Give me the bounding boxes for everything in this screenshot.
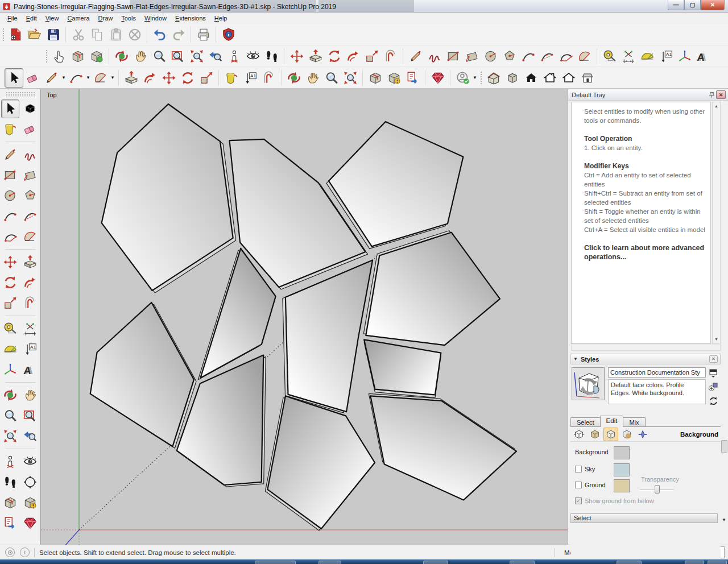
feet-icon[interactable] [1,473,19,492]
axes-icon[interactable] [675,47,694,66]
zoomext-icon[interactable] [341,68,359,88]
whext-icon[interactable] [384,68,403,88]
zoomprev-icon[interactable] [206,47,225,66]
dim-icon[interactable] [619,47,638,66]
offset-icon[interactable] [21,294,39,313]
floppy-icon[interactable] [44,25,63,44]
scale-icon[interactable] [1,294,19,313]
rect-icon[interactable] [444,47,462,66]
pencil-icon[interactable] [1,146,19,164]
arc2-icon[interactable] [67,68,85,88]
move-icon[interactable] [159,68,178,88]
paste-icon[interactable] [106,25,125,44]
background-settings-icon[interactable] [603,428,618,441]
arc2-icon[interactable] [519,47,537,66]
rotate-icon[interactable] [178,68,197,88]
rotate-icon[interactable] [1,273,19,292]
maximize-button[interactable]: ▢ [684,0,701,10]
arc3-icon[interactable] [537,47,556,66]
eraser-icon[interactable] [23,68,42,88]
viewport[interactable]: Top [41,89,568,545]
menu-help[interactable]: Help [210,13,232,23]
pie-icon[interactable] [556,47,575,66]
menu-window[interactable]: Window [140,13,171,23]
paint-icon[interactable] [222,68,241,88]
sharedoc-icon[interactable] [403,68,422,88]
menu-extensions[interactable]: Extensions [171,13,210,23]
orbit-icon[interactable] [284,68,303,88]
geolocation-icon[interactable] [5,548,15,557]
dropdown-caret-icon[interactable]: ▼ [61,68,67,88]
followme-icon[interactable] [21,273,39,292]
create-style-icon[interactable] [707,380,719,394]
tab-edit[interactable]: Edit [600,416,624,427]
zoom-icon[interactable] [150,47,168,66]
a1-icon[interactable]: A1 [656,47,675,66]
sky-checkbox[interactable] [575,466,582,472]
zoomwin-icon[interactable] [168,47,187,66]
select-panel-header[interactable]: Select [570,513,718,523]
move-icon[interactable] [287,47,306,66]
pan-icon[interactable] [21,386,39,405]
tape-icon[interactable] [1,320,19,338]
pan-icon[interactable] [131,47,150,66]
pencil-icon[interactable] [406,47,425,66]
close-button[interactable]: ✕ [701,0,725,10]
watermark-settings-icon[interactable] [619,428,634,441]
tray-scrollbar[interactable] [721,102,728,513]
display-pane-icon[interactable] [707,367,719,380]
windows-taskbar[interactable] [0,559,728,564]
update-style-icon[interactable] [707,394,719,408]
protractor-icon[interactable] [638,47,656,66]
instructor-hscrollbar[interactable] [571,345,721,351]
a1-icon[interactable]: A1 [241,68,259,88]
axes-icon[interactable] [1,360,19,379]
feet-icon[interactable] [262,47,281,66]
undo-icon[interactable] [150,25,169,44]
whbox-icon[interactable] [68,47,87,66]
scroll-down-icon[interactable]: ▼ [713,336,719,343]
zoomext-icon[interactable] [1,427,19,446]
arc2-icon[interactable] [1,207,19,226]
modeling-settings-icon[interactable] [635,428,650,441]
printer-icon[interactable] [194,25,213,44]
pushpull-icon[interactable] [21,253,39,272]
face-settings-icon[interactable] [588,428,602,441]
menu-camera[interactable]: Camera [63,13,94,23]
orbit-icon[interactable] [112,47,131,66]
zoom-icon[interactable] [1,407,19,425]
menu-file[interactable]: File [3,13,22,23]
eye-icon[interactable] [21,453,39,471]
cursor-icon[interactable] [1,99,19,118]
info-shield-icon[interactable] [219,25,238,44]
freehand-icon[interactable] [21,146,39,164]
poscamera-icon[interactable] [225,47,243,66]
piefill-icon[interactable] [21,227,39,246]
circle-icon[interactable] [481,47,500,66]
style-description-field[interactable]: Default face colors. Profile Edges. Whit… [608,379,706,404]
houseblack-icon[interactable] [522,68,540,88]
tray-close-icon[interactable]: ✕ [716,90,726,99]
tab-select[interactable]: Select [570,417,601,427]
pencil-icon[interactable] [42,68,61,88]
dropdown-caret-icon[interactable]: ▼ [85,68,91,88]
scroll-up-icon[interactable]: ▲ [713,103,719,110]
rect-icon[interactable] [1,166,19,185]
house3d-icon[interactable] [484,68,503,88]
edge-settings-icon[interactable] [572,428,586,441]
rectrot-icon[interactable] [21,166,39,185]
eraser-icon[interactable] [21,120,39,139]
freehand-icon[interactable] [425,47,444,66]
instructor-scrollbar[interactable]: ▲ ▼ [712,102,721,344]
text3d-icon[interactable]: AA [694,47,713,66]
move-icon[interactable] [1,253,19,272]
polygon-icon[interactable] [21,186,39,205]
folder-open-icon[interactable] [25,25,44,44]
arc3-icon[interactable] [21,207,39,226]
whext-icon[interactable] [21,494,39,512]
scissors-icon[interactable] [69,25,88,44]
text3d-icon[interactable]: AA [21,360,39,379]
zoomext-icon[interactable] [187,47,206,66]
tab-mix[interactable]: Mix [623,417,645,427]
styles-panel-header[interactable]: ▼ Styles ✕ [570,354,721,364]
